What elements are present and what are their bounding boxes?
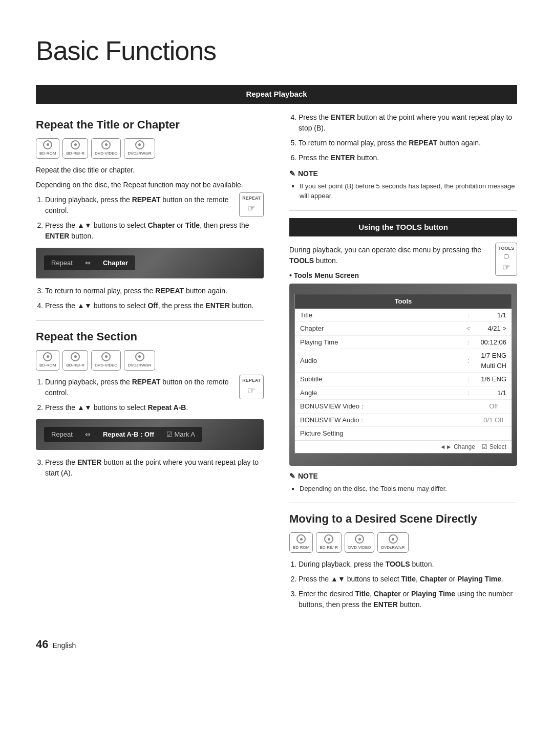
tools-row-angle-sep: : xyxy=(461,386,476,400)
step2-2: Press the ▲▼ buttons to select Repeat A-… xyxy=(45,402,264,413)
disc-icon-bdrom: BD-ROM xyxy=(36,138,59,159)
tools-row-chapter-sep: < xyxy=(461,322,476,336)
divider1 xyxy=(36,320,264,321)
disc-icon-bdre2: BD-RE/-R xyxy=(62,350,88,371)
tools-table: Tools Title : 1/1 Chapter < 4/21 > xyxy=(294,294,512,453)
screen2-arrow: ⇔ xyxy=(85,429,91,440)
tools-row-audio-val: 1/7 ENG Multi CH xyxy=(475,349,512,373)
section-header: Repeat Playback xyxy=(36,85,517,104)
note1-list: If you set point (B) before 5 seconds ha… xyxy=(289,181,517,201)
step3-2: Press the ▲▼ buttons to select Title, Ch… xyxy=(299,574,517,585)
disc-label-bdre2: BD-RE/-R xyxy=(66,362,84,369)
disc-label-dvdvideo: DVD-VIDEO xyxy=(95,150,117,157)
screen-content1: Repeat ⇔ Chapter xyxy=(44,255,135,271)
step1-2-title: Title xyxy=(185,221,200,229)
table-row: Picture Setting xyxy=(295,427,512,440)
step3-3-title: Title xyxy=(355,590,370,598)
tools-bold: TOOLS xyxy=(289,256,314,265)
disc-circle-bdrom3 xyxy=(296,534,306,544)
note1-title: NOTE xyxy=(289,168,517,179)
note1-item1: If you set point (B) before 5 seconds ha… xyxy=(300,181,517,201)
table-row: Angle : 1/1 xyxy=(295,386,512,400)
tools-intro: TOOLS 🖵 ☞ During playback, you can opera… xyxy=(289,245,517,266)
right-column: Press the ENTER button at the point wher… xyxy=(289,112,517,616)
tools-table-header: Tools xyxy=(295,294,512,309)
disc-circle-dvdvideo xyxy=(101,140,111,149)
tools-row-ptime-val: 00:12:06 xyxy=(475,335,512,349)
disc-label-dvdvideo2: DVD-VIDEO xyxy=(95,362,117,369)
disc-circle-dvdvideo2 xyxy=(101,352,111,361)
divider2 xyxy=(289,210,517,211)
tools-row-title-label: Title xyxy=(295,309,461,322)
tools-row-bvaudio-val: 0/1 Off xyxy=(475,413,512,427)
tools-row-bvaudio-label: BONUSVIEW Audio : xyxy=(295,413,475,427)
disc-icon-dvdvideo2: DVD-VIDEO xyxy=(91,350,121,371)
tools-btn-icon-float: TOOLS 🖵 ☞ xyxy=(495,243,517,276)
stepr-6: Press the ENTER button. xyxy=(299,153,517,163)
disc-icon-dvdrw3: DVDsRW/sR xyxy=(377,532,408,553)
step1-1: REPEAT ☞ During playback, press the REPE… xyxy=(45,195,264,216)
disc-icon-bdrom3: BD-ROM xyxy=(289,532,313,553)
disc-icons-row1: BD-ROM BD-RE/-R DVD-VIDEO DVDsRW/sR xyxy=(36,138,264,159)
screen-content2: Repeat ⇔ Repeat A-B : Off ☑ Mark A xyxy=(44,427,202,442)
table-row: Audio : 1/7 ENG Multi CH xyxy=(295,349,512,373)
disc-label-bdrom3: BD-ROM xyxy=(293,545,309,551)
steps-list2: REPEAT ☞ During playback, press the REPE… xyxy=(36,377,264,413)
disc-circle-dvdrw3 xyxy=(389,534,398,544)
note-section2: NOTE Depending on the disc, the Tools me… xyxy=(289,471,517,494)
tools-row-sub-label: Subtitle xyxy=(295,373,461,386)
intro-text1: Repeat the disc title or chapter. xyxy=(36,165,264,176)
table-row: Chapter < 4/21 > xyxy=(295,322,512,336)
table-row: BONUSVIEW Video : Off xyxy=(295,400,512,414)
note2-item1: Depending on the disc, the Tools menu ma… xyxy=(300,484,517,494)
screen-repeat-chapter: Repeat ⇔ Chapter xyxy=(36,248,264,278)
disc-circle-bdrom xyxy=(43,140,52,149)
disc-circle-bdre xyxy=(71,140,80,149)
disc-icon-bdre3: BD-RE/-R xyxy=(316,532,342,553)
disc-icon-dvdvideo: DVD-VIDEO xyxy=(91,138,121,159)
subtitle-repeat-title-chapter: Repeat the Title or Chapter xyxy=(36,116,264,133)
divider3 xyxy=(289,503,517,503)
disc-label-dvdrw2: DVDsRW/sR xyxy=(127,362,151,369)
disc-circle-bdre3 xyxy=(324,534,333,544)
disc-icon-bdre: BD-RE/-R xyxy=(62,138,88,159)
disc-icon-dvdrw2: DVDsRW/sR xyxy=(124,350,155,371)
table-row: Title : 1/1 xyxy=(295,309,512,322)
tools-row-bvvideo-label: BONUSVIEW Video : xyxy=(295,400,475,414)
disc-circle-dvdrw xyxy=(135,140,144,149)
stepr-5-repeat: REPEAT xyxy=(409,139,437,147)
hand-icon2: ☞ xyxy=(242,384,261,398)
note2-title-text: NOTE xyxy=(298,471,318,482)
step3-2-chapter: Chapter xyxy=(420,575,447,583)
disc-circle-dvdrw2 xyxy=(135,352,144,361)
repeat-btn-icon-float: REPEAT ☞ xyxy=(239,192,264,218)
step1-4-enter: ENTER xyxy=(205,301,229,310)
tools-section-header: Using the TOOLS button xyxy=(289,218,517,237)
tools-row-sub-val: 1/6 ENG xyxy=(475,373,512,386)
steps-right1: Press the ENTER button at the point wher… xyxy=(289,112,517,163)
tools-row-title-val: 1/1 xyxy=(475,309,512,322)
note2-list: Depending on the disc, the Tools menu ma… xyxy=(289,484,517,494)
tools-screen-wrap: Tools Title : 1/1 Chapter < 4/21 > xyxy=(289,284,517,466)
step3-1-tools: TOOLS xyxy=(386,560,410,568)
note1-title-text: NOTE xyxy=(298,168,318,179)
stepr-4-enter: ENTER xyxy=(331,113,355,121)
tools-table-footer: ◄► Change ☑ Select xyxy=(295,440,512,453)
steps-list1b: To return to normal play, press the REPE… xyxy=(36,286,264,311)
table-row: Playing Time : 00:12:06 xyxy=(295,335,512,349)
tools-row-chapter-val: 4/21 > xyxy=(475,322,512,336)
screen2-label: Repeat xyxy=(51,429,73,440)
screen2-value: Repeat A-B : Off xyxy=(103,429,154,440)
step1-2: Press the ▲▼ buttons to select Chapter o… xyxy=(45,220,264,242)
repeat-btn-icon2: REPEAT ☞ xyxy=(239,375,264,400)
disc-label-dvdrw: DVDsRW/sR xyxy=(127,150,151,157)
table-row: Subtitle : 1/6 ENG xyxy=(295,373,512,386)
disc-label-dvdrw3: DVDsRW/sR xyxy=(381,545,405,551)
disc-label-dvdvideo3: DVD-VIDEO xyxy=(348,545,371,551)
step3-2-title: Title xyxy=(401,575,416,583)
step1-1-bold: REPEAT xyxy=(132,196,161,204)
tools-row-audio-sep: : xyxy=(461,349,476,373)
page-lang: English xyxy=(52,640,76,651)
tools-row-angle-val: 1/1 xyxy=(475,386,512,400)
subtitle-repeat-section: Repeat the Section xyxy=(36,328,264,345)
